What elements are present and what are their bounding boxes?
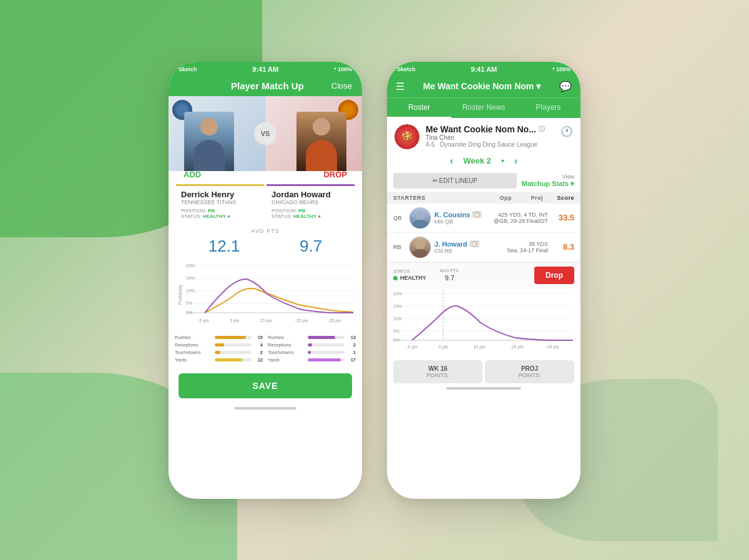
matchup-stats-label[interactable]: Matchup Stats ▾	[522, 180, 574, 188]
cousins-score: 33.5	[552, 213, 574, 222]
week-label: Week 2	[463, 156, 491, 165]
proj-box: PROJ POINTS:	[485, 360, 574, 383]
pos-label-rb: RB	[393, 244, 406, 250]
signal-right: Sketch	[397, 66, 416, 72]
howard-name[interactable]: J. Howard 📋	[434, 240, 489, 248]
matchup-header: VS	[169, 96, 362, 171]
score-col-header: Score	[543, 195, 574, 201]
mini-chart-right: 20% 15% 10% 5% 0% -5 pts 5 pts 15 pts -2…	[387, 288, 580, 356]
tab-roster-news[interactable]: Roster News	[451, 98, 516, 118]
howard-info: J. Howard 📋 Chi RB	[434, 240, 489, 254]
bottom-stats: WK 16 POINTS: PROJ POINTS:	[387, 360, 580, 383]
player-card-right: Jordan Howard CHICAGO BEARS POSITION: RB…	[267, 184, 355, 223]
cousins-opp-game: @GB, 29-29 Final/OT	[493, 218, 548, 224]
stat-tds-right: Touchdowns 1	[268, 350, 356, 355]
signal-left: Sketch	[179, 66, 197, 72]
left-phone: Sketch 9:41 AM * 100% Player Match Up Cl…	[169, 62, 362, 499]
player-row-howard: RB J. Howard 📋 Chi RB 35 YDS Sea, 24-17 …	[387, 233, 580, 262]
battery-right: * 100%	[552, 66, 570, 72]
stat-rushes-right: Rushes 13	[268, 335, 356, 340]
left-chart-area: Probability 20% 15% 10% 5% 0%	[169, 257, 362, 332]
health-badge: HEALTHY	[393, 275, 426, 281]
clock-icon[interactable]: 🕐	[561, 125, 573, 137]
player-name-left: Derrick Henry	[181, 190, 259, 199]
team-avatar: 🍪	[394, 124, 419, 149]
time-right: 9:41 AM	[471, 66, 497, 73]
dropdown-week-icon[interactable]: ▾	[501, 157, 504, 164]
svg-text:5 pts: 5 pts	[438, 345, 448, 350]
tds-val-left: 2	[254, 350, 263, 355]
cousins-info: K. Cousins 📋 Min QB	[434, 211, 489, 225]
receptions-val-right: 2	[347, 342, 356, 348]
close-button-left[interactable]: Close	[331, 81, 352, 91]
chat-icon[interactable]: 💬	[559, 81, 572, 92]
status-label: STATUS	[393, 269, 410, 273]
info-icon[interactable]: ⓘ	[539, 125, 545, 134]
tds-label-right: Touchdowns	[268, 350, 305, 355]
save-button[interactable]: SAVE	[179, 373, 352, 398]
home-indicator-right	[446, 387, 521, 390]
cousins-name[interactable]: K. Cousins 📋	[434, 211, 489, 219]
yards-label-right: Yards	[268, 357, 305, 363]
opp-col-header: Opp	[481, 195, 512, 201]
rushes-val-left: 15	[254, 335, 263, 340]
hamburger-icon[interactable]: ☰	[396, 81, 404, 92]
svg-text:-5 pts: -5 pts	[198, 318, 209, 323]
team-info-bar: 🍪 Me Want Cookie Nom No... ⓘ Tina Chen 4…	[387, 118, 580, 153]
tds-val-right: 1	[347, 350, 356, 355]
pts-row: 12.1 9.7	[169, 235, 362, 257]
svg-text:-35 pts: -35 pts	[546, 345, 559, 350]
player-head-left	[200, 118, 218, 135]
svg-point-18	[413, 249, 428, 258]
team-name-nav[interactable]: Me Want Cookie Nom Nom ▾	[423, 81, 541, 91]
phones-container: Sketch 9:41 AM * 100% Player Match Up Cl…	[169, 62, 580, 499]
players-info: Derrick Henry TENNESSEE TITANS POSITION:…	[169, 179, 362, 223]
svg-point-17	[415, 240, 425, 250]
player-head-right	[313, 118, 330, 135]
howard-opp-info: 35 YDS Sea, 24-17 Final	[493, 241, 548, 253]
svg-text:5%: 5%	[393, 329, 399, 333]
add-drop-row: ADD DROP	[169, 170, 362, 179]
week-nav: ‹ Week 2 ▾ ›	[387, 153, 580, 170]
wk16-sub: POINTS:	[397, 372, 479, 378]
svg-text:-25 pts: -25 pts	[295, 318, 308, 323]
tab-roster[interactable]: Roster	[387, 98, 451, 118]
receptions-label-left: Receptions	[175, 342, 212, 348]
next-week-button[interactable]: ›	[514, 155, 517, 167]
player-left-silhouette	[181, 102, 237, 171]
derrick-henry-img	[184, 112, 234, 171]
view-label: View	[562, 174, 574, 180]
player-card-left: Derrick Henry TENNESSEE TITANS POSITION:…	[176, 184, 264, 223]
health-dot	[393, 276, 398, 280]
drop-label[interactable]: DROP	[323, 170, 347, 179]
team-name-display: Me Want Cookie Nom No...	[426, 124, 536, 134]
svg-text:-25 pts: -25 pts	[510, 345, 524, 350]
status-bar-right: Sketch 9:41 AM * 100%	[387, 62, 580, 76]
svg-text:-35 pts: -35 pts	[328, 318, 341, 323]
tds-label-left: Touchdowns	[175, 350, 212, 355]
stats-col-left: Rushes 15 Receptions 4 Touchdowns 2 Yard…	[175, 335, 263, 365]
stat-rushes-left: Rushes 15	[175, 335, 263, 340]
rushes-label-right: Rushes	[268, 335, 305, 340]
drop-button-right[interactable]: Drop	[534, 267, 574, 284]
tab-bar-right: Roster Roster News Players	[387, 97, 580, 118]
cousins-opp-info: 425 YDS, 4 TD, INT @GB, 29-29 Final/OT	[493, 212, 548, 224]
add-label[interactable]: ADD	[184, 170, 201, 179]
cousins-opp-stats: 425 YDS, 4 TD, INT	[493, 212, 548, 218]
receptions-label-right: Receptions	[268, 342, 305, 348]
rushes-label-left: Rushes	[175, 335, 212, 340]
prev-week-button[interactable]: ‹	[450, 155, 453, 167]
wk16-box: WK 16 POINTS:	[393, 360, 482, 383]
edit-lineup-button[interactable]: ✏ EDIT LINEUP	[393, 173, 517, 189]
avg-pts-label: AVG PTS	[169, 228, 362, 234]
stat-tds-left: Touchdowns 2	[175, 350, 263, 355]
right-phone: Sketch 9:41 AM * 100% ☰ Me Want Cookie N…	[387, 62, 580, 499]
player-detail-expand: STATUS HEALTHY AVG PTS 9.7 Drop	[387, 262, 580, 288]
svg-text:5 pts: 5 pts	[230, 318, 240, 323]
cousins-avatar	[409, 207, 431, 228]
nav-title-left: Player Match Up	[231, 81, 304, 91]
tab-players[interactable]: Players	[516, 98, 580, 118]
avg-pts-value-right: 9.7	[445, 274, 454, 282]
avg-pts-label-right: AVG PTS	[440, 268, 459, 273]
player-pos-right: POSITION: RB	[272, 208, 350, 214]
